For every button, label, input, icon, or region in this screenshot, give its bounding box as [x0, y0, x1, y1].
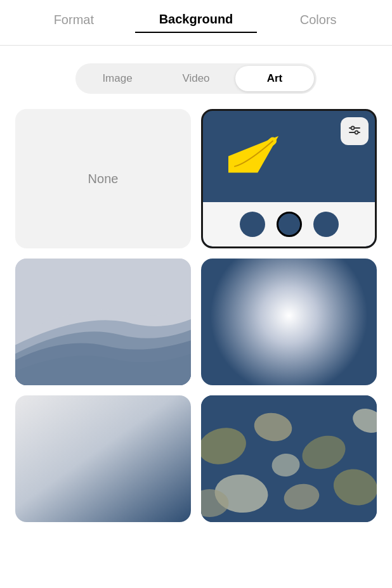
card-selected-art[interactable] — [201, 109, 377, 248]
segment-control: Image Video Art — [75, 63, 317, 94]
art-grid: None — [0, 109, 392, 248]
segment-art[interactable]: Art — [235, 66, 314, 91]
settings-button[interactable] — [341, 117, 369, 145]
color-dot-3[interactable] — [313, 212, 339, 237]
card-none[interactable]: None — [15, 109, 191, 248]
arrow-annotation — [228, 129, 304, 176]
segment-wrap: Image Video Art — [13, 63, 379, 94]
tab-background[interactable]: Background — [135, 12, 258, 33]
svg-point-1 — [351, 127, 355, 130]
tab-bar: Format Background Colors — [0, 0, 392, 46]
art-grid-row3 — [0, 395, 392, 522]
card-radial[interactable] — [201, 259, 377, 385]
svg-point-3 — [355, 131, 358, 134]
card-gradient-light[interactable] — [15, 395, 191, 522]
card-contour[interactable] — [15, 259, 191, 385]
color-dot-1[interactable] — [240, 212, 265, 237]
card-art-preview — [203, 111, 375, 202]
color-dot-2-selected[interactable] — [277, 212, 302, 237]
tab-colors[interactable]: Colors — [257, 13, 379, 32]
sliders-icon — [348, 124, 362, 138]
segment-image[interactable]: Image — [78, 66, 157, 91]
none-label: None — [88, 172, 119, 186]
art-grid-row2 — [0, 259, 392, 385]
segment-video[interactable]: Video — [157, 66, 235, 91]
tab-format[interactable]: Format — [13, 13, 135, 32]
color-dots — [203, 202, 375, 246]
card-camo[interactable] — [201, 395, 377, 522]
